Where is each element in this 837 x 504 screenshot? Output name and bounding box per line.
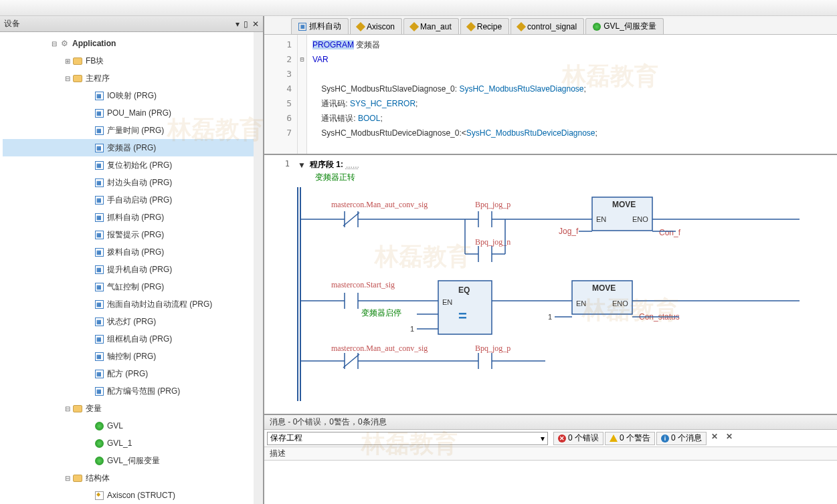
tree-prg-item[interactable]: ▦复位初始化 (PRG) [3,156,254,174]
main-toolbar [0,0,837,16]
ladder-diagram[interactable]: mastercon.Man_aut_conv_sig Bpq_jog_p Bpq… [264,187,833,401]
prg-icon: ▦ [95,144,104,152]
svg-text:Bpq_jog_p: Bpq_jog_p [475,200,510,209]
code-editor[interactable]: 1234567 ⊟ PROGRAM 变频器 VAR SysHC_ModbusRt… [264,35,837,155]
ladder-editor[interactable]: 1 ▼ 程序段 1: ...... 变频器正转 mastercon.Man_au… [264,155,837,414]
messages-desc-header: 描述 [264,447,837,461]
collapse-icon[interactable]: ⊟ [63,405,72,412]
svg-text:=: = [458,307,467,324]
sidebar-pin-icon[interactable]: ▯ [244,19,248,29]
editor-tab[interactable]: ▦抓料自动 [291,18,349,34]
messages-clear-all-icon[interactable]: ✕ [723,432,736,445]
svg-text:mastercon.Man_aut_conv_sig: mastercon.Man_aut_conv_sig [331,344,428,353]
fold-gutter[interactable]: ⊟ [298,35,307,154]
editor-tabs: ▦抓料自动AxisconMan_autRecipecontrol_signalG… [264,16,837,35]
sidebar-dropdown-icon[interactable]: ▾ [236,19,240,29]
folder-icon [73,57,82,65]
svg-text:MOVE: MOVE [612,200,636,209]
globe-icon [593,23,601,31]
svg-text:ENO: ENO [632,215,648,223]
prg-icon: ▦ [95,213,104,222]
tree-prg-item[interactable]: ▦状态灯 (PRG) [3,313,254,330]
prg-icon: ▦ [95,318,104,326]
messages-clear-icon[interactable]: ✕ [708,432,721,445]
struct-icon [356,21,365,31]
tree-folder-fb[interactable]: ⊞ FB块 [3,52,254,70]
sidebar-close-icon[interactable]: ✕ [252,19,259,29]
editor-tab[interactable]: control_signal [510,18,584,34]
tree-prg-item[interactable]: ▦拨料自动 (PRG) [3,243,254,261]
prg-icon: ▦ [95,352,104,361]
svg-text:MOVE: MOVE [592,283,616,293]
rung-header[interactable]: ▼ 程序段 1: ...... [264,155,837,172]
prg-icon: ▦ [95,178,104,187]
tree-struct-item[interactable]: Axiscon (STRUCT) [3,487,254,504]
tree-prg-item[interactable]: ▦配方编号范围 (PRG) [3,382,254,400]
collapse-icon[interactable]: ⊟ [50,40,59,47]
tree-gvl-item[interactable]: GVL [3,417,254,434]
messages-combo[interactable]: 保存工程 ▾ [267,432,548,445]
tree-prg-item[interactable]: ▦手自动启动 (PRG) [3,191,254,209]
tree-folder-vars[interactable]: ⊟ 变量 [3,400,254,417]
code-text[interactable]: PROGRAM 变频器 VAR SysHC_ModbusRtuSlaveDiag… [307,35,837,154]
tree-prg-item[interactable]: ▦报警提示 (PRG) [3,226,254,243]
svg-line-6 [343,213,359,226]
line-gutter: 1234567 [264,35,298,154]
device-tree[interactable]: ⊟ ⚙ Application ⊞ FB块 ⊟ 主程序 ▦IO映射 (PRG)▦… [0,32,263,504]
tree-prg-item[interactable]: ▦封边头自动 (PRG) [3,174,254,191]
tree-gvl-item[interactable]: GVL_伺服变量 [3,452,254,469]
svg-text:Jog_f: Jog_f [559,227,579,236]
messages-header: 消息 - 0个错误，0警告，0条消息 [264,415,837,430]
editor-tab[interactable]: Man_aut [403,18,459,34]
prg-icon: ▦ [95,300,104,309]
collapse-icon[interactable]: ⊟ [63,75,72,82]
editor-tab[interactable]: Recipe [460,18,509,34]
collapse-icon[interactable]: ⊟ [63,475,72,482]
globe-icon [95,422,104,430]
tree-folder-mainprog[interactable]: ⊟ 主程序 [3,70,254,87]
messages-panel: 消息 - 0个错误，0警告，0条消息 保存工程 ▾ ✕ 0 个错误 0 个警告 [264,414,837,504]
tree-prg-item[interactable]: ▦POU_Main (PRG) [3,104,254,122]
tree-prg-item[interactable]: ▦提升机自动 (PRG) [3,261,254,278]
editor-tab[interactable]: GVL_伺服变量 [585,18,664,34]
sidebar-title: 设备 [4,18,236,29]
sidebar-header: 设备 ▾ ▯ ✕ [0,16,263,32]
svg-text:mastercon.Man_aut_conv_sig: mastercon.Man_aut_conv_sig [331,200,428,209]
tree-prg-item[interactable]: ▦产量时间 (PRG) [3,122,254,139]
tree-prg-item[interactable]: ▦配方 (PRG) [3,365,254,382]
filter-infos[interactable]: i 0 个消息 [656,432,707,445]
globe-icon [95,439,104,448]
tree-application[interactable]: ⊟ ⚙ Application [3,35,254,52]
struct-icon [409,21,419,31]
tree-prg-item[interactable]: ▦抓料自动 (PRG) [3,209,254,226]
svg-text:Bpq_jog_p: Bpq_jog_p [475,344,510,353]
svg-text:EN: EN [576,299,586,307]
tree-prg-item[interactable]: ▦泡面自动封边自动流程 (PRG) [3,295,254,313]
svg-text:EQ: EQ [458,285,470,295]
prg-icon: ▦ [95,248,104,257]
prg-icon: ▦ [95,161,104,170]
prg-icon: ▦ [95,335,104,344]
tree-prg-item[interactable]: ▦变频器 (PRG) [3,139,254,156]
tree-prg-item[interactable]: ▦轴控制 (PRG) [3,348,254,365]
tree-prg-item[interactable]: ▦气缸控制 (PRG) [3,278,254,295]
struct-icon [95,491,104,500]
editor-tab[interactable]: Axiscon [350,18,402,34]
filter-errors[interactable]: ✕ 0 个错误 [553,432,603,445]
svg-line-55 [343,354,359,368]
tree-gvl-item[interactable]: GVL_1 [3,434,254,452]
expand-icon[interactable]: ⊞ [63,57,72,65]
tree-prg-item[interactable]: ▦组框机自动 (PRG) [3,330,254,348]
svg-text:ENO: ENO [612,299,628,307]
tree-prg-item[interactable]: ▦IO映射 (PRG) [3,87,254,104]
prg-icon: ▦ [95,265,104,274]
prg-icon: ▦ [95,92,104,100]
dropdown-icon[interactable]: ▾ [541,434,545,443]
tree-folder-structs[interactable]: ⊟ 结构体 [3,469,254,487]
filter-warnings[interactable]: 0 个警告 [605,432,655,445]
messages-toolbar: 保存工程 ▾ ✕ 0 个错误 0 个警告 i 0 个消息 [264,430,837,447]
warning-icon [610,434,618,442]
collapse-arrow-icon[interactable]: ▼ [298,160,306,170]
struct-icon [517,21,526,31]
device-sidebar: 设备 ▾ ▯ ✕ ⊟ ⚙ Application ⊞ FB块 ⊟ 主程序 [0,16,264,504]
